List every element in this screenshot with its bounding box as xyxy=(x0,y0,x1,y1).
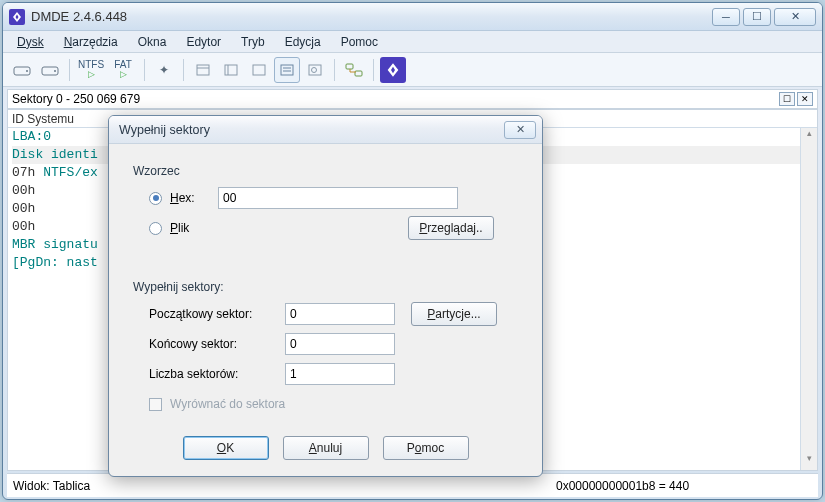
status-view: Widok: Tablica xyxy=(13,479,90,493)
menu-okna[interactable]: Okna xyxy=(130,33,175,51)
end-sector-label: Końcowy sektor: xyxy=(149,337,277,351)
maximize-button[interactable]: ☐ xyxy=(743,8,771,26)
ntfs-button[interactable]: NTFS▷ xyxy=(76,57,106,83)
dialog-buttons: OK Anuluj Pomoc xyxy=(109,436,542,476)
end-sector-input[interactable] xyxy=(285,333,395,355)
svg-rect-15 xyxy=(355,71,362,76)
fill-label: Wypełnij sektory: xyxy=(133,280,518,294)
tool5-button[interactable] xyxy=(274,57,300,83)
radio-file-label: Plik xyxy=(170,221,210,235)
status-offset: 0x00000000001b8 = 440 xyxy=(556,479,689,493)
menu-tryb[interactable]: Tryb xyxy=(233,33,273,51)
svg-rect-14 xyxy=(346,64,353,69)
hex-input[interactable] xyxy=(218,187,458,209)
line-00h-3: 00h xyxy=(12,219,35,234)
cancel-button[interactable]: Anuluj xyxy=(283,436,369,460)
start-sector-input[interactable] xyxy=(285,303,395,325)
minimize-button[interactable]: ─ xyxy=(712,8,740,26)
svg-rect-4 xyxy=(197,65,209,75)
svg-point-1 xyxy=(26,70,28,72)
menu-dysk[interactable]: Dysk xyxy=(9,33,52,51)
align-checkbox[interactable] xyxy=(149,398,162,411)
browse-button[interactable]: Przeglądaj.. xyxy=(408,216,494,240)
sector-count-label: Liczba sektorów: xyxy=(149,367,277,381)
tool2-button[interactable] xyxy=(190,57,216,83)
menu-pomoc[interactable]: Pomoc xyxy=(333,33,386,51)
svg-point-13 xyxy=(312,67,317,72)
partitions-button[interactable]: Partycje... xyxy=(411,302,497,326)
fill-group: Wypełnij sektory: Początkowy sektor: Par… xyxy=(133,280,518,422)
tool4-button[interactable] xyxy=(246,57,272,83)
open-disk-button[interactable] xyxy=(9,57,35,83)
line-disk-ident: Disk identi xyxy=(12,147,98,162)
dialog-close-button[interactable]: ✕ xyxy=(504,121,536,139)
panel-close[interactable]: ✕ xyxy=(797,92,813,106)
menubar: Dysk Narzędzia Okna Edytor Tryb Edycja P… xyxy=(3,31,822,53)
tool6-button[interactable] xyxy=(302,57,328,83)
radio-hex[interactable] xyxy=(149,192,162,205)
menu-edytor[interactable]: Edytor xyxy=(178,33,229,51)
menu-narzedzia[interactable]: Narzędzia xyxy=(56,33,126,51)
tool1-button[interactable]: ✦ xyxy=(151,57,177,83)
line-mbr: MBR signatu xyxy=(12,237,98,252)
align-label: Wyrównać do sektora xyxy=(170,397,285,411)
toolbar: NTFS▷ FAT▷ ✦ xyxy=(3,53,822,87)
ok-button[interactable]: OK xyxy=(183,436,269,460)
line-lba: LBA:0 xyxy=(12,129,51,144)
window-title: DMDE 2.4.6.448 xyxy=(31,9,127,24)
vertical-scrollbar[interactable] xyxy=(800,128,817,470)
svg-rect-6 xyxy=(225,65,237,75)
line-00h-1: 00h xyxy=(12,183,35,198)
open-disk2-button[interactable] xyxy=(37,57,63,83)
panel-maximize[interactable]: ☐ xyxy=(779,92,795,106)
titlebar: DMDE 2.4.6.448 ─ ☐ ✕ xyxy=(3,3,822,31)
app-icon xyxy=(9,9,25,25)
fat-button[interactable]: FAT▷ xyxy=(108,57,138,83)
pattern-label: Wzorzec xyxy=(133,164,518,178)
pattern-group: Wzorzec Hex: Plik Przeglądaj.. xyxy=(133,164,518,246)
line-pgdn: [PgDn: nast xyxy=(12,255,98,270)
panel-header: Sektory 0 - 250 069 679 ☐ ✕ xyxy=(7,89,818,109)
col-id-systemu[interactable]: ID Systemu xyxy=(12,112,74,126)
svg-rect-8 xyxy=(253,65,265,75)
dialog-titlebar: Wypełnij sektory ✕ xyxy=(109,116,542,144)
line-07h: 07h xyxy=(12,165,43,180)
tool3-button[interactable] xyxy=(218,57,244,83)
tool7-button[interactable] xyxy=(341,57,367,83)
help-button[interactable]: Pomoc xyxy=(383,436,469,460)
fill-sectors-dialog: Wypełnij sektory ✕ Wzorzec Hex: Plik Prz… xyxy=(108,115,543,477)
sector-count-input[interactable] xyxy=(285,363,395,385)
panel-title: Sektory 0 - 250 069 679 xyxy=(12,92,777,106)
svg-rect-9 xyxy=(281,65,293,75)
close-button[interactable]: ✕ xyxy=(774,8,816,26)
start-sector-label: Początkowy sektor: xyxy=(149,307,277,321)
dialog-title: Wypełnij sektory xyxy=(115,123,504,137)
svg-point-3 xyxy=(54,70,56,72)
svg-rect-12 xyxy=(309,65,321,75)
menu-edycja[interactable]: Edycja xyxy=(277,33,329,51)
radio-file[interactable] xyxy=(149,222,162,235)
logo-button[interactable] xyxy=(380,57,406,83)
line-00h-2: 00h xyxy=(12,201,35,216)
radio-hex-label: Hex: xyxy=(170,191,210,205)
